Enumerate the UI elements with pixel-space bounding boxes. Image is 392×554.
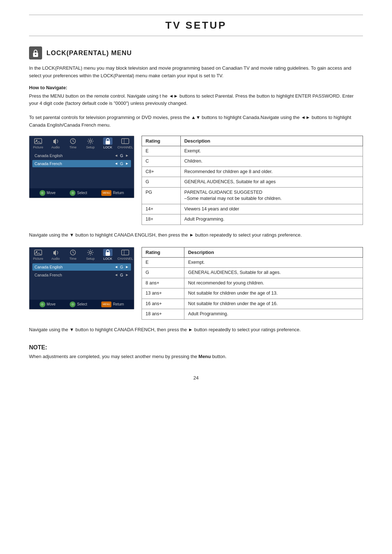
svg-rect-9 <box>34 250 42 255</box>
rating-cell: G <box>142 177 181 188</box>
table-row: C8+Recommended for children age 8 and ol… <box>142 167 363 177</box>
canada-french-value-2: G <box>118 273 125 277</box>
canada-english-label-1: Canada English <box>34 153 114 158</box>
intro-text: In the LOCK(PARENTAL) menu you may block… <box>29 65 363 80</box>
how-to-navigate-label: How to Navigate: <box>29 85 363 90</box>
description-cell: Exempt. <box>180 146 363 156</box>
right-arrow-2: ► <box>125 161 129 165</box>
tv-menu-item-lock-2: LOCK <box>100 249 116 260</box>
table-row: GGENERAL AUDIENCES, Suitable for all age… <box>142 268 363 278</box>
description-cell: Recommended for children age 8 and older… <box>180 167 363 177</box>
table-row: PGPARENTAL GUIDANCE SUGGESTED –Some mate… <box>142 187 363 204</box>
description-cell: GENERAL AUDIENCES, Suitable for all ages… <box>184 268 363 278</box>
rating-col-header-1: Rating <box>142 136 181 146</box>
parental-text: To set parental controls for television … <box>29 114 363 129</box>
footer-move-2: ◎ Move <box>40 301 56 307</box>
right-arrow-4: ► <box>125 273 129 277</box>
return-icon-2: MENU <box>101 301 111 307</box>
footer-return-1: MENU Return <box>101 190 124 196</box>
footer-return-2: MENU Return <box>101 301 124 307</box>
navigate-text: Press the MENU button on the remote cont… <box>29 93 363 108</box>
tv-content-2: Canada English ◄ G ► Canada French ◄ G ► <box>29 261 134 300</box>
tv-menu-item-lock: LOCK <box>100 138 116 149</box>
right-arrow-3: ► <box>125 265 129 269</box>
time-label-2: Time <box>69 257 77 260</box>
svg-point-12 <box>89 251 91 254</box>
tv-menu-item-audio: Audio <box>48 138 64 149</box>
move-icon-2: ◎ <box>40 301 45 307</box>
rating-cell: PG <box>142 187 181 204</box>
tv-screen-1: Picture Audio Time Setup <box>29 136 134 198</box>
picture-label-2: Picture <box>33 257 43 260</box>
select-label-2: Select <box>77 302 87 306</box>
rating-cell: 16 ans+ <box>142 299 184 309</box>
time-icon-2 <box>68 249 78 256</box>
svg-point-1 <box>35 54 36 55</box>
channel-icon <box>121 138 130 145</box>
tv-content-1: Canada English ◄ G ► Canada French ◄ G ► <box>29 150 134 188</box>
rating-cell: E <box>142 146 181 156</box>
audio-label-2: Audio <box>51 257 60 260</box>
right-arrow-1: ► <box>125 153 129 157</box>
move-label-2: Move <box>47 302 56 306</box>
rating-cell: 18 ans+ <box>142 309 184 320</box>
lock-menu-icon-2 <box>103 249 113 256</box>
tv-menu-item-picture: Picture <box>30 138 46 149</box>
audio-icon <box>51 138 60 145</box>
note-section: NOTE: When adjustments are completed, yo… <box>29 344 363 361</box>
tv-row-canada-french-2: Canada French ◄ G ► <box>32 271 131 279</box>
tv-menu-item-channel-2: CHANNEL <box>117 249 133 260</box>
setup-label-2: Setup <box>86 257 95 260</box>
rating-cell: 13 ans+ <box>142 288 184 299</box>
lock-icon <box>29 46 42 59</box>
content-row-1: Picture Audio Time Setup <box>29 136 363 225</box>
canada-french-value-1: G <box>118 161 125 166</box>
tv-menu-bar-1: Picture Audio Time Setup <box>29 136 134 150</box>
tv-menu-item-time: Time <box>65 138 81 149</box>
channel-label-2: CHANNEL <box>117 257 133 260</box>
tv-footer-2: ◎ Move ◎ Select MENU Return <box>29 300 134 309</box>
tv-screen-2: Picture Audio Time Setup <box>29 247 134 309</box>
footer-select-1: ◎ Select <box>70 190 87 196</box>
time-icon <box>68 138 78 145</box>
tv-spacer-2 <box>32 279 131 297</box>
description-cell: Viewers 14 years and older <box>180 204 363 214</box>
section-header: LOCK(PARENTAL) MENU <box>29 46 363 59</box>
tv-row-canada-english-2: Canada English ◄ G ► <box>32 263 131 271</box>
note-bold-word: Menu <box>199 354 211 359</box>
description-cell: Exempt. <box>184 257 363 268</box>
table-row: 16 ans+Not suitable for children under t… <box>142 299 363 309</box>
table-row: EExempt. <box>142 257 363 268</box>
return-label-1: Return <box>113 191 124 195</box>
note-text: When adjustments are completed, you may … <box>29 353 363 361</box>
canada-english-label-2: Canada English <box>34 265 114 269</box>
left-arrow-4: ◄ <box>114 273 118 277</box>
svg-point-5 <box>89 140 91 142</box>
svg-rect-2 <box>34 139 42 144</box>
svg-rect-6 <box>106 141 110 144</box>
description-cell: GENERAL AUDIENCES, Suitable for all ages <box>180 177 363 188</box>
description-cell: Not suitable for children under the age … <box>184 299 363 309</box>
canada-french-label-1: Canada French <box>34 161 114 166</box>
lock-label-2: LOCK <box>103 257 113 260</box>
picture-icon <box>33 138 43 145</box>
lock-label: LOCK <box>103 145 113 149</box>
rating-cell: 8 ans+ <box>142 278 184 288</box>
rating-cell: 14+ <box>142 204 181 214</box>
audio-icon-2 <box>51 249 60 256</box>
rating-cell: C <box>142 156 181 167</box>
left-arrow-1: ◄ <box>114 153 118 157</box>
rating-cell: E <box>142 257 184 268</box>
rating-col-header-2: Rating <box>142 247 184 257</box>
canada-english-value-1: G <box>118 153 125 158</box>
description-cell: PARENTAL GUIDANCE SUGGESTED –Some materi… <box>180 187 363 204</box>
tv-menu-item-setup: Setup <box>82 138 98 149</box>
tv-row-canada-english-1: Canada English ◄ G ► <box>32 152 131 159</box>
table-row: 8 ans+Not recommended for young children… <box>142 278 363 288</box>
description-cell: Children. <box>180 156 363 167</box>
section-title: LOCK(PARENTAL) MENU <box>46 49 132 57</box>
return-label-2: Return <box>113 302 124 306</box>
select-icon-2: ◎ <box>70 301 75 307</box>
tv-menu-item-time-2: Time <box>65 249 81 260</box>
page-number: 24 <box>29 375 363 381</box>
